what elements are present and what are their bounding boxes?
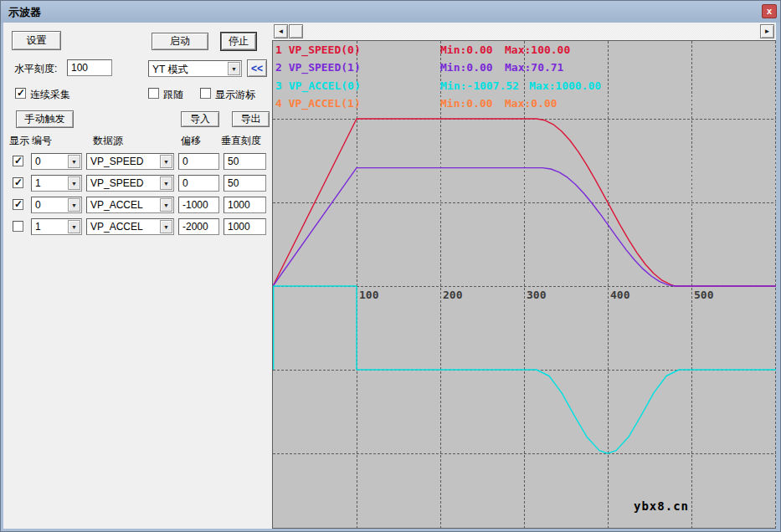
channel-column-header: 数据源 (93, 134, 123, 148)
chevron-down-icon[interactable]: ▼ (160, 155, 172, 168)
legend-min-value: Min:-1007.52 (440, 79, 519, 92)
channel-index-select[interactable]: 0▼ (31, 153, 82, 170)
mode-select[interactable]: YT 模式 ▼ (148, 60, 242, 77)
legend-max-value: Max:0.00 (505, 97, 557, 110)
channel-show-checkbox[interactable] (13, 156, 23, 166)
show-cursor-checkbox[interactable] (200, 88, 211, 99)
chevron-down-icon[interactable]: ▼ (160, 198, 172, 212)
export-button[interactable]: 导出 (232, 111, 270, 127)
channel-scale-input[interactable]: 1000 (224, 218, 266, 235)
collapse-button[interactable]: << (247, 59, 267, 77)
horizontal-scale-input[interactable]: 100 (67, 59, 112, 76)
window-content: 设置 启动 停止 水平刻度: 100 YT 模式 ▼ << 连续采集 跟随 显示… (3, 23, 776, 529)
channel-show-checkbox[interactable] (13, 199, 23, 210)
x-tick-label: 400 (610, 289, 629, 301)
continuous-capture-checkbox[interactable] (15, 88, 26, 99)
channel-index-select-value: 1 (35, 177, 41, 189)
channel-index-select[interactable]: 1▼ (31, 175, 82, 192)
chevron-down-icon[interactable]: ▼ (228, 62, 240, 75)
channel-column-header: 偏移 (181, 134, 201, 148)
scroll-right-icon[interactable]: ► (760, 24, 774, 38)
window-title: 示波器 (8, 5, 41, 20)
chevron-down-icon[interactable]: ▼ (68, 155, 80, 168)
channel-source-select-value: VP_ACCEL (90, 221, 143, 233)
chevron-down-icon[interactable]: ▼ (68, 176, 80, 190)
channel-scale-input[interactable]: 50 (224, 153, 266, 170)
legend-min-value: Min:0.00 (440, 43, 493, 56)
channel-source-select-value: VP_ACCEL (90, 199, 143, 211)
scope-plot: 1 VP_SPEED(0)Min:0.00Max:100.002 VP_SPEE… (272, 40, 776, 529)
channel-source-select[interactable]: VP_ACCEL▼ (86, 218, 174, 235)
settings-button[interactable]: 设置 (12, 31, 61, 50)
chevron-down-icon[interactable]: ▼ (68, 220, 80, 233)
channel-index-select[interactable]: 1▼ (31, 218, 82, 235)
channel-offset-input[interactable]: -1000 (178, 197, 219, 213)
legend-entry: 2 VP_SPEED(1)Min:0.00Max:70.71 (273, 61, 776, 76)
channel-source-select[interactable]: VP_ACCEL▼ (86, 197, 174, 213)
control-panel: 设置 启动 停止 水平刻度: 100 YT 模式 ▼ << 连续采集 跟随 显示… (3, 23, 272, 529)
channel-scale-input[interactable]: 1000 (224, 197, 266, 213)
channel-source-select-value: VP_SPEED (90, 177, 143, 189)
channel-column-header: 显示 (9, 134, 29, 148)
chevron-down-icon[interactable]: ▼ (160, 176, 172, 190)
legend-channel-name: 3 VP_ACCEL(0) (275, 79, 361, 92)
scroll-left-icon[interactable]: ◄ (274, 24, 288, 38)
channel-index-select-value: 0 (35, 156, 41, 167)
follow-checkbox[interactable] (148, 88, 159, 99)
horizontal-scale-label: 水平刻度: (14, 62, 57, 76)
channel-index-select-value: 0 (35, 199, 41, 211)
chart-canvas (273, 41, 776, 529)
legend-entry: 3 VP_ACCEL(0)Min:-1007.52Max:1000.00 (273, 79, 776, 95)
chevron-down-icon[interactable]: ▼ (160, 220, 172, 233)
channel-show-checkbox[interactable] (13, 177, 23, 188)
channel-scale-input[interactable]: 50 (224, 175, 266, 192)
channel-source-select[interactable]: VP_SPEED▼ (86, 153, 174, 170)
scrollbar-thumb[interactable] (289, 24, 303, 38)
close-button[interactable]: x (762, 4, 777, 18)
legend-max-value: Max:1000.00 (529, 79, 601, 92)
channel-source-select-value: VP_SPEED (90, 156, 143, 167)
stop-button[interactable]: 停止 (221, 33, 256, 50)
legend-min-value: Min:0.00 (440, 61, 493, 74)
horizontal-scrollbar[interactable]: ◄ ► (274, 24, 774, 39)
x-tick-label: 100 (359, 289, 378, 301)
start-button[interactable]: 启动 (152, 33, 208, 50)
manual-trigger-button[interactable]: 手动触发 (16, 110, 74, 128)
x-tick-label: 200 (443, 289, 462, 301)
channel-index-select-value: 1 (35, 221, 41, 233)
chevron-down-icon[interactable]: ▼ (68, 198, 80, 212)
legend-channel-name: 4 VP_ACCEL(1) (275, 97, 361, 110)
x-tick-label: 300 (527, 289, 546, 301)
oscilloscope-window: 示波器 x 设置 启动 停止 水平刻度: 100 YT 模式 ▼ << 连续采集… (0, 0, 781, 532)
channel-show-checkbox[interactable] (13, 221, 23, 232)
channel-index-select[interactable]: 0▼ (31, 197, 82, 213)
channel-column-header: 垂直刻度 (221, 134, 261, 148)
channel-offset-input[interactable]: 0 (178, 153, 219, 170)
legend-channel-name: 1 VP_SPEED(0) (275, 43, 361, 56)
channel-offset-input[interactable]: -2000 (178, 218, 219, 235)
channel-source-select[interactable]: VP_SPEED▼ (86, 175, 174, 192)
import-button[interactable]: 导入 (181, 111, 219, 127)
legend-entry: 4 VP_ACCEL(1)Min:0.00Max:0.00 (273, 97, 776, 112)
channel-column-header: 编号 (32, 134, 52, 148)
legend-channel-name: 2 VP_SPEED(1) (275, 61, 361, 74)
channel-offset-input[interactable]: 0 (178, 175, 219, 192)
continuous-capture-label: 连续采集 (30, 88, 70, 102)
show-cursor-label: 显示游标 (215, 88, 255, 102)
legend-max-value: Max:100.00 (505, 43, 570, 56)
watermark: ybx8.cn (634, 499, 689, 513)
x-tick-label: 500 (694, 289, 713, 301)
legend-min-value: Min:0.00 (440, 97, 493, 110)
mode-select-value: YT 模式 (152, 63, 188, 77)
chart-area: ◄ ► 1 VP_SPEED(0)Min:0.00Max:100.002 VP_… (272, 23, 776, 529)
title-bar: 示波器 x (1, 1, 780, 23)
legend-max-value: Max:70.71 (505, 61, 563, 74)
follow-label: 跟随 (163, 88, 183, 102)
legend-entry: 1 VP_SPEED(0)Min:0.00Max:100.00 (273, 43, 776, 59)
